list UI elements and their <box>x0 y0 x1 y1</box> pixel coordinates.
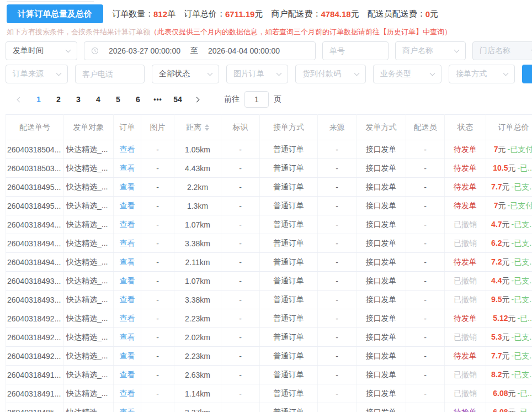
cell-courier: - <box>406 159 445 178</box>
cell-accept: 普通订单 <box>260 272 318 290</box>
page-button[interactable]: 5 <box>110 92 126 107</box>
sort-icon[interactable] <box>205 124 209 131</box>
cell-order: 查看 <box>114 328 141 347</box>
cell-target: 快达精选_... <box>64 159 114 178</box>
cell-pic: - <box>141 366 174 384</box>
page-button[interactable]: 2 <box>51 92 66 107</box>
view-order-link[interactable]: 查看 <box>120 332 135 341</box>
view-order-link[interactable]: 查看 <box>120 163 135 172</box>
order-source-select[interactable]: 订单来源 <box>6 65 68 83</box>
view-order-link[interactable]: 查看 <box>120 351 135 360</box>
pay-status-text: -已支... <box>512 370 532 379</box>
page-button[interactable]: 6 <box>130 92 146 107</box>
price-unit: 元 <box>502 332 510 341</box>
view-order-link[interactable]: 查看 <box>120 257 135 266</box>
pagination: 123456•••54 前往 页 <box>11 91 532 108</box>
cell-dist: 1.3km <box>174 197 221 215</box>
image-order-select[interactable]: 图片订单 <box>226 65 288 83</box>
stat-unit: 元 <box>254 9 263 19</box>
cell-courier: - <box>406 234 445 253</box>
cell-dist: 3.38km <box>174 234 221 253</box>
column-header-pic: 图片 <box>141 115 174 140</box>
price-amount: 8.2 <box>491 370 502 379</box>
column-label: 发单方式 <box>366 123 397 131</box>
cod-code-select[interactable]: 货到付款码 <box>295 65 366 83</box>
view-order-link[interactable]: 查看 <box>120 408 135 412</box>
date-range-picker[interactable]: 2026-03-27 00:00:00 至 2026-04-04 00:00:0… <box>84 41 316 60</box>
pay-status-text: -已支付 <box>508 145 532 154</box>
accept-mode-select[interactable]: 接单方式 <box>449 65 515 83</box>
view-order-link[interactable]: 查看 <box>120 239 135 247</box>
cell-tag: - <box>221 290 260 309</box>
view-order-link[interactable]: 查看 <box>120 201 135 210</box>
price-amount: 7.7 <box>491 182 502 191</box>
cell-source: - <box>318 253 357 272</box>
cell-pic: - <box>141 140 174 159</box>
goto-page-input[interactable] <box>244 91 269 108</box>
cell-accept: 普通订单 <box>260 347 318 366</box>
column-header-dist[interactable]: 距离 <box>174 115 221 140</box>
view-order-link[interactable]: 查看 <box>120 295 135 304</box>
pagination-ellipsis[interactable]: ••• <box>150 96 166 103</box>
view-order-link[interactable]: 查看 <box>120 370 135 379</box>
view-order-link[interactable]: 查看 <box>120 182 135 191</box>
time-type-select[interactable]: 发单时间 <box>6 41 77 60</box>
cell-accept: 普通订单 <box>260 309 318 328</box>
end-date-value[interactable]: 2026-04-04 00:00:00 <box>208 46 280 55</box>
stat-value: 812 <box>153 9 167 19</box>
chevron-left-icon <box>17 97 23 102</box>
cell-courier: - <box>406 178 445 197</box>
cell-accept: 普通订单 <box>260 215 318 234</box>
status-text: 待发单 <box>454 314 477 323</box>
page-button[interactable]: 1 <box>31 92 46 107</box>
cell-target: 快达精选_... <box>64 234 114 253</box>
start-date-value[interactable]: 2026-03-27 00:00:00 <box>109 46 180 55</box>
merchant-name-select[interactable]: 商户名称 <box>395 41 466 60</box>
merchant-name-placeholder: 商户名称 <box>402 46 433 56</box>
order-number-input[interactable] <box>322 41 389 60</box>
cell-dispatch: 接口发单 <box>357 215 406 234</box>
business-type-select[interactable]: 业务类型 <box>373 65 441 83</box>
stat-value: 4784.18 <box>321 9 350 19</box>
status-text: 待发单 <box>454 201 477 210</box>
cell-status: 待发单 <box>445 309 486 328</box>
stat-unit: 单 <box>167 9 175 19</box>
filter-row-1: 发单时间 2026-03-27 00:00:00 至 2026-04-04 00… <box>6 41 532 60</box>
status-text: 待抢单 <box>454 408 477 412</box>
column-header-dispatch: 发单方式 <box>357 115 406 140</box>
cell-tag: - <box>221 159 260 178</box>
cell-dist: 1.05km <box>174 140 221 159</box>
view-order-link[interactable]: 查看 <box>120 220 135 229</box>
cell-price: 7.2元-已支... <box>486 253 532 272</box>
status-text: 已撤销 <box>454 295 477 304</box>
cell-pic: - <box>141 347 174 366</box>
view-order-link[interactable]: 查看 <box>120 389 135 398</box>
table-row: 26040318495...快达精选_...查看-1.3km-普通订单-接口发单… <box>6 197 532 215</box>
cell-no: 26040318491... <box>6 366 64 384</box>
view-order-link[interactable]: 查看 <box>120 276 135 285</box>
table-row: 26040318504...快达精选_...查看-1.05km-普通订单-接口发… <box>6 140 532 159</box>
status-select[interactable]: 全部状态 <box>152 65 219 83</box>
cell-pic: - <box>141 309 174 328</box>
page-button[interactable]: 3 <box>71 92 86 107</box>
search-button[interactable] <box>522 65 532 83</box>
cell-dispatch: 接口发单 <box>357 197 406 215</box>
view-order-link[interactable]: 查看 <box>120 314 135 323</box>
cell-pic: - <box>141 272 174 290</box>
cell-dist: 4.43km <box>174 159 221 178</box>
calculate-totals-button[interactable]: 计算订单总量及总价 <box>7 4 103 23</box>
cell-status: 已撤销 <box>445 234 486 253</box>
page-button[interactable]: 54 <box>170 92 185 107</box>
prev-page-button[interactable] <box>11 92 26 107</box>
cell-no: 26040318493... <box>6 272 64 290</box>
cell-no: 26040318494... <box>6 215 64 234</box>
price-amount: 5.3 <box>491 332 502 341</box>
chevron-down-icon <box>276 71 282 76</box>
store-name-select[interactable]: 门店名称 <box>472 41 532 60</box>
next-page-button[interactable] <box>190 92 205 107</box>
price-amount: 5.12 <box>493 314 508 323</box>
customer-phone-input[interactable] <box>75 65 145 83</box>
cell-dispatch: 接口发单 <box>357 366 406 384</box>
view-order-link[interactable]: 查看 <box>120 145 135 154</box>
page-button[interactable]: 4 <box>91 92 106 107</box>
